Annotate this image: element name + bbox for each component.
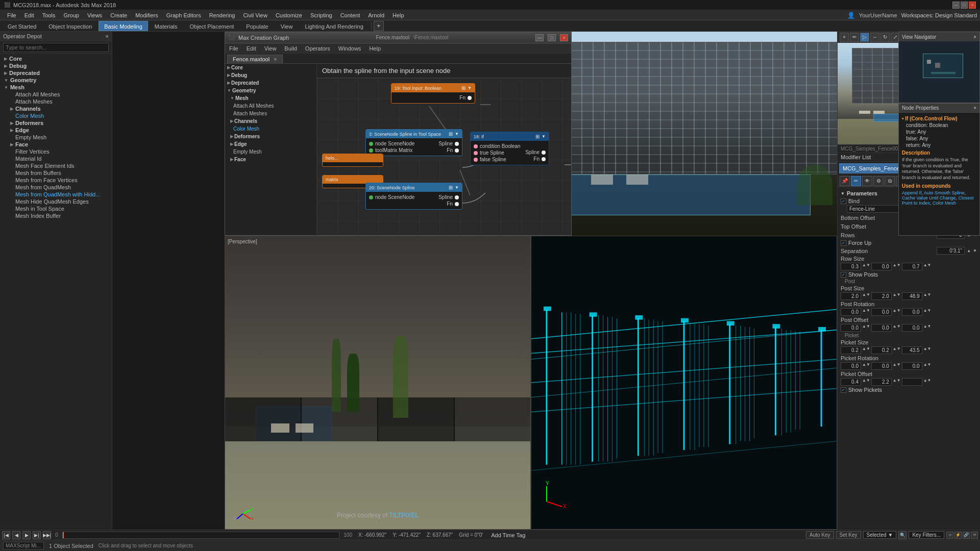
rp-icon-pin[interactable]: 📌 — [840, 176, 850, 186]
mcg-minimize-btn[interactable]: — — [535, 34, 544, 41]
tree-item-attach[interactable]: Attach Meshes — [0, 98, 112, 105]
menu-customize[interactable]: Customize — [272, 10, 306, 20]
param-row-v2[interactable]: 0.0 — [871, 263, 892, 270]
rp-tb-btn-select[interactable]: ▷ — [860, 33, 869, 42]
tl-search[interactable]: 🔍 — [898, 531, 906, 539]
param-post-rot-v3[interactable]: 0.0 — [902, 308, 922, 316]
vn-content[interactable] — [899, 41, 979, 103]
node-expand-2[interactable]: ⊞ — [449, 131, 453, 137]
tree-item-mesh-face-element-ids[interactable]: Mesh Face Element Ids — [0, 162, 112, 169]
node-scenenode-spline-toolspace[interactable]: 3: SceneNode Spline in Tool Space ⊞ ▼ no… — [365, 129, 462, 156]
menu-create[interactable]: Create — [106, 10, 131, 20]
mcg-menu-windows[interactable]: Windows — [334, 43, 365, 54]
tab-populate[interactable]: Populate — [240, 21, 274, 31]
tab-get-started[interactable]: Get Started — [2, 21, 42, 31]
param-picket-rot-v3-spin[interactable]: ▲▼ — [923, 362, 932, 370]
param-post-rot-v1-spin[interactable]: ▲▼ — [862, 308, 870, 316]
maxscript-mini[interactable]: MAXScript Mi... — [3, 542, 44, 549]
tab-view[interactable]: View — [275, 21, 299, 31]
param-post-v2[interactable]: 2.0 — [871, 292, 892, 300]
viewport-right[interactable]: RIGHT // Inline SVG content - posts draw… — [531, 236, 837, 530]
menu-graph-editors[interactable]: Graph Editors — [162, 10, 205, 20]
tl-icon-4[interactable]: ♾ — [971, 532, 978, 539]
node-opts[interactable]: ▼ — [468, 86, 472, 90]
param-post-v3-spin[interactable]: ▲▼ — [923, 292, 932, 300]
tree-group-deformers[interactable]: ▶Deformers — [0, 119, 112, 127]
param-post-rot-v2-spin[interactable]: ▲▼ — [893, 308, 901, 316]
rp-icon-vis[interactable]: 👁 — [862, 176, 872, 186]
plus-icon[interactable]: + — [374, 21, 384, 31]
tree-group-mesh[interactable]: ▼Mesh — [0, 84, 112, 91]
set-key-btn[interactable]: Set Key — [836, 531, 861, 539]
param-post-off-v2[interactable]: 0.0 — [871, 324, 892, 332]
param-picket-rot-v1[interactable]: 0.0 — [841, 362, 861, 370]
param-post-v2-spin[interactable]: ▲▼ — [893, 292, 901, 300]
add-time-tag[interactable]: Add Time Tag — [491, 532, 525, 538]
tree-group-geometry[interactable]: ▼Geometry — [0, 77, 112, 84]
mcg-maximize-btn[interactable]: □ — [548, 34, 556, 41]
mcg-op-group-core[interactable]: ▶Core — [225, 64, 316, 71]
menu-rendering[interactable]: Rendering — [205, 10, 239, 20]
param-picket-sz-v2[interactable]: 0.2 — [871, 346, 892, 354]
tree-group-edge[interactable]: ▶Edge — [0, 127, 112, 134]
mcg-tab-close[interactable]: × — [274, 56, 277, 62]
mcg-menu-file[interactable]: File — [225, 43, 242, 54]
param-show-pickets-checkbox[interactable]: ✓ — [841, 387, 846, 393]
mcg-op-group-deformers[interactable]: ▶Deformers — [225, 133, 316, 140]
param-show-pickets[interactable]: ✓ Show Pickets — [841, 386, 977, 393]
param-picket-rot-v2[interactable]: 0.0 — [871, 362, 892, 370]
node-expand-3[interactable]: ⊞ — [449, 185, 453, 190]
tl-play-prev[interactable]: ◀ — [12, 531, 20, 539]
tab-object-placement[interactable]: Object Placement — [184, 21, 239, 31]
rp-tb-btn-edit[interactable]: ✏ — [850, 33, 859, 42]
tab-basic-modeling[interactable]: Basic Modeling — [99, 21, 148, 31]
mcg-canvas[interactable]: Obtain the spline from the input scene n… — [317, 64, 571, 235]
param-separation-up[interactable]: ▲ — [967, 248, 971, 253]
param-picket-off-v2[interactable]: 2.2 — [871, 378, 892, 386]
menu-views[interactable]: Views — [83, 10, 106, 20]
workspace-label[interactable]: Workspaces: Design Standard — [901, 12, 977, 18]
selected-dropdown[interactable]: Selected ▼ — [863, 531, 897, 539]
tree-group-deprecated[interactable]: ▶Deprecated — [0, 69, 112, 77]
param-picket-sz-v1-spin[interactable]: ▲▼ — [862, 346, 870, 354]
param-post-off-v1-spin[interactable]: ▲▼ — [862, 324, 870, 332]
tree-item-mesh-from-quadmesh-hidd[interactable]: Mesh from QuadMesh with Hidd... — [0, 191, 112, 198]
node-opts-4[interactable]: ▼ — [542, 134, 546, 139]
param-picket-off-v3[interactable] — [902, 378, 922, 386]
search-input[interactable] — [3, 43, 109, 52]
menu-modifiers[interactable]: Modifiers — [131, 10, 162, 20]
param-row-v1-up[interactable]: ▲▼ — [862, 263, 870, 270]
params-collapse[interactable]: ▼ — [841, 191, 845, 196]
node-helo[interactable]: helo... — [322, 154, 383, 167]
param-picket-off-v1-spin[interactable]: ▲▼ — [862, 378, 870, 386]
menu-help[interactable]: Help — [388, 10, 408, 20]
param-picket-rot-v2-spin[interactable]: ▲▼ — [893, 362, 901, 370]
tree-group-face[interactable]: ▶Face — [0, 141, 112, 148]
param-post-v3[interactable]: 48.9 — [902, 292, 922, 300]
rp-tb-btn-move[interactable]: ↔ — [870, 33, 879, 42]
mcg-menu-build[interactable]: Build — [280, 43, 301, 54]
mcg-op-group-mesh[interactable]: ▼Mesh — [225, 94, 316, 102]
param-picket-off-v1[interactable]: 0.4 — [841, 378, 861, 386]
minimize-btn[interactable]: — — [952, 2, 960, 9]
menu-content[interactable]: Content — [336, 10, 364, 20]
tl-play-toggle[interactable]: ▶ — [22, 531, 31, 539]
mcg-graph[interactable]: 19: Tool Input: Boolean ⊞ ▼ Fn — [317, 78, 571, 235]
tl-play-start[interactable]: |◀ — [2, 531, 10, 539]
mcg-op-group-face[interactable]: ▶Face — [225, 156, 316, 163]
menu-civil-view[interactable]: Civil View — [239, 10, 271, 20]
param-post-v1[interactable]: 2.0 — [841, 292, 861, 300]
mcg-op-color-mesh[interactable]: Color Mesh — [225, 125, 316, 133]
mcg-tab-fence[interactable]: Fence.maxtool × — [227, 55, 283, 63]
param-force-up[interactable]: ✓ Force Up — [841, 239, 977, 246]
node-expand[interactable]: ⊞ — [461, 85, 465, 91]
key-filters-btn[interactable]: Key Filters... — [909, 531, 944, 539]
rp-icon-copy[interactable]: ⧉ — [885, 176, 895, 186]
tab-object-inspection[interactable]: Object Inspection — [43, 21, 97, 31]
tab-materials[interactable]: Materials — [149, 21, 183, 31]
viewport-perspective[interactable]: [Perspective] — [225, 236, 531, 530]
node-if[interactable]: 18: If ⊞ ▼ condition Boolean true Spline… — [470, 132, 549, 165]
tl-icon-1[interactable]: ⊹ — [946, 532, 953, 539]
mcg-op-group-debug[interactable]: ▶Debug — [225, 71, 316, 79]
param-picket-off-v3-spin[interactable]: ▲▼ — [923, 378, 932, 386]
